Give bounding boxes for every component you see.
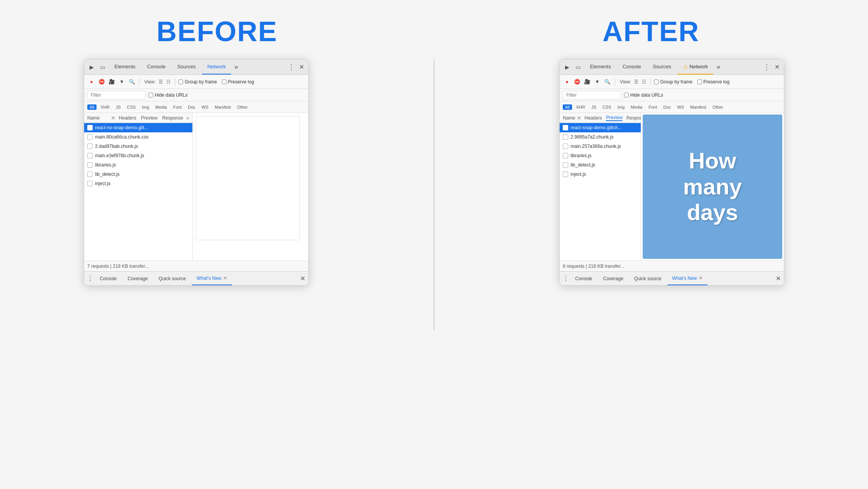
more-tabs-before[interactable]: »: [232, 63, 240, 71]
file-item-before-0[interactable]: react-no-snap-demo.glit...: [84, 123, 192, 132]
device-icon-after[interactable]: ▭: [574, 63, 582, 71]
file-item-after-5[interactable]: inject.js: [560, 170, 641, 179]
record-btn-before[interactable]: ●: [87, 78, 96, 86]
filter-js-after[interactable]: JS: [589, 104, 598, 110]
filter-media-before[interactable]: Media: [153, 104, 169, 110]
whatsnew-close-before[interactable]: ✕: [223, 275, 227, 281]
file-item-before-1[interactable]: main.80ca66ca.chunk.css: [84, 132, 192, 142]
whatsnew-close-after[interactable]: ✕: [699, 275, 703, 281]
close-before[interactable]: ✕: [297, 63, 305, 71]
view-list-after[interactable]: ☰: [633, 78, 640, 85]
filter-btn-before[interactable]: ▼: [118, 78, 126, 86]
drawer-tab-coverage-before[interactable]: Coverage: [123, 272, 152, 285]
preserve-log-before[interactable]: Preserve log: [222, 79, 254, 85]
filter-btn-after[interactable]: ▼: [593, 78, 602, 86]
view-compact-after[interactable]: ☷: [640, 78, 647, 85]
drawer-tab-quicksource-after[interactable]: Quick source: [629, 272, 666, 285]
tab-sources-after[interactable]: Sources: [647, 59, 677, 75]
file-item-before-2[interactable]: 2.dad97bab.chunk.js: [84, 142, 192, 151]
inspect-icon[interactable]: ▶: [87, 63, 96, 71]
file-item-before-6[interactable]: inject.js: [84, 179, 192, 188]
hide-data-urls-checkbox-before[interactable]: [149, 93, 153, 97]
camera-btn-before[interactable]: 🎥: [107, 78, 116, 86]
filter-css-after[interactable]: CSS: [600, 104, 614, 110]
after-preview-image: Howmanydays: [643, 114, 782, 259]
clear-btn-after[interactable]: ⛔: [573, 78, 581, 86]
search-btn-after[interactable]: 🔍: [603, 78, 612, 86]
drawer-close-after[interactable]: ✕: [776, 275, 781, 282]
filter-img-before[interactable]: Img: [140, 104, 151, 110]
filter-xhr-after[interactable]: XHR: [574, 104, 587, 110]
close-after[interactable]: ✕: [773, 63, 781, 71]
filter-img-after[interactable]: Img: [615, 104, 627, 110]
filter-all-after[interactable]: All: [563, 104, 572, 110]
filter-manifest-after[interactable]: Manifest: [688, 104, 709, 110]
drawer-dots-before[interactable]: ⋮: [87, 275, 93, 282]
filter-other-before[interactable]: Other: [235, 104, 250, 110]
drawer-tab-whatsnew-before[interactable]: What's New ✕: [192, 272, 232, 285]
group-by-frame-checkbox-after[interactable]: [654, 80, 659, 84]
drawer-dots-after[interactable]: ⋮: [563, 275, 569, 282]
drawer-tab-console-before[interactable]: Console: [95, 272, 121, 285]
filter-js-before[interactable]: JS: [113, 104, 123, 110]
more-options-before[interactable]: ⋮: [288, 63, 295, 71]
filter-input-before[interactable]: [87, 91, 145, 99]
search-btn-before[interactable]: 🔍: [128, 78, 136, 86]
after-filterbar: Hide data URLs: [560, 89, 784, 101]
record-btn-after[interactable]: ●: [563, 78, 571, 86]
drawer-tab-quicksource-before[interactable]: Quick source: [154, 272, 190, 285]
hide-data-urls-after[interactable]: Hide data URLs: [624, 92, 663, 98]
preserve-log-after[interactable]: Preserve log: [697, 79, 730, 85]
filter-doc-before[interactable]: Doc: [185, 104, 198, 110]
file-item-before-5[interactable]: lib_detect.js: [84, 170, 192, 179]
file-item-before-4[interactable]: libraries.js: [84, 160, 192, 170]
camera-btn-after[interactable]: 🎥: [583, 78, 591, 86]
drawer-tab-coverage-after[interactable]: Coverage: [598, 272, 628, 285]
tab-console-after[interactable]: Console: [617, 59, 647, 75]
hide-data-urls-checkbox-after[interactable]: [624, 93, 629, 97]
drawer-tab-console-after[interactable]: Console: [571, 272, 597, 285]
preserve-log-checkbox-after[interactable]: [697, 80, 702, 84]
file-item-after-3[interactable]: libraries.js: [560, 151, 641, 160]
file-item-after-2[interactable]: main.257a366a.chunk.js: [560, 142, 641, 151]
drawer-close-before[interactable]: ✕: [300, 275, 305, 282]
view-compact-before[interactable]: ☷: [165, 78, 172, 85]
filter-font-before[interactable]: Font: [171, 104, 184, 110]
filter-doc-after[interactable]: Doc: [661, 104, 673, 110]
filter-input-after[interactable]: [563, 91, 621, 99]
filter-css-before[interactable]: CSS: [124, 104, 138, 110]
drawer-tab-whatsnew-after[interactable]: What's New ✕: [667, 272, 707, 285]
col-close-after[interactable]: ✕: [577, 115, 581, 121]
tab-network-before[interactable]: Network: [202, 59, 232, 75]
filter-ws-after[interactable]: WS: [675, 104, 686, 110]
filter-all-before[interactable]: All: [87, 104, 97, 110]
preserve-log-checkbox-before[interactable]: [222, 80, 227, 84]
group-by-frame-after[interactable]: Group by frame: [654, 79, 692, 85]
before-detail-pane: [193, 113, 308, 260]
more-tabs-after[interactable]: »: [714, 63, 723, 71]
clear-btn-before[interactable]: ⛔: [97, 78, 106, 86]
group-by-frame-checkbox-before[interactable]: [178, 80, 183, 84]
device-icon[interactable]: ▭: [98, 63, 107, 71]
tab-network-after[interactable]: ⚠ Network: [678, 59, 714, 75]
filter-media-after[interactable]: Media: [628, 104, 645, 110]
inspect-icon-after[interactable]: ▶: [563, 63, 571, 71]
tab-console-before[interactable]: Console: [142, 59, 171, 75]
file-item-before-3[interactable]: main.e3ef976b.chunk.js: [84, 151, 192, 160]
file-item-after-0[interactable]: react-snap-demo.glitch...: [560, 123, 641, 132]
filter-ws-before[interactable]: WS: [199, 104, 211, 110]
hide-data-urls-before[interactable]: Hide data URLs: [149, 92, 188, 98]
group-by-frame-before[interactable]: Group by frame: [178, 79, 217, 85]
more-options-after[interactable]: ⋮: [763, 63, 771, 71]
tab-elements-after[interactable]: Elements: [584, 59, 616, 75]
file-item-after-4[interactable]: lib_detect.js: [560, 160, 641, 170]
tab-sources-before[interactable]: Sources: [172, 59, 201, 75]
view-list-before[interactable]: ☰: [157, 78, 164, 85]
filter-other-after[interactable]: Other: [710, 104, 726, 110]
col-close-before[interactable]: ✕: [111, 115, 116, 121]
filter-manifest-before[interactable]: Manifest: [213, 104, 233, 110]
tab-elements-before[interactable]: Elements: [109, 59, 141, 75]
filter-font-after[interactable]: Font: [646, 104, 659, 110]
filter-xhr-before[interactable]: XHR: [98, 104, 112, 110]
file-item-after-1[interactable]: 2.9895a7a2.chunk.js: [560, 132, 641, 142]
